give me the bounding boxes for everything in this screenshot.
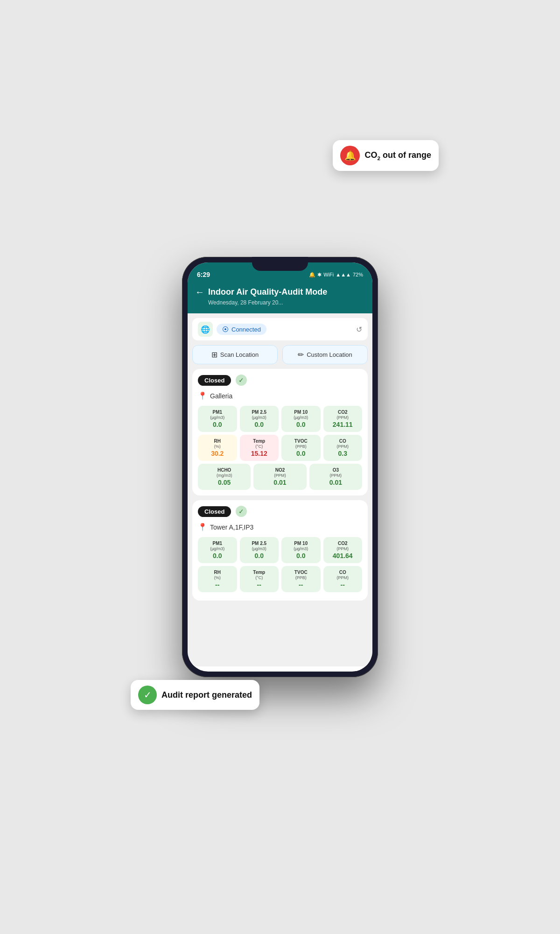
- location-name-tower: 📍 Tower A,1F,IP3: [198, 523, 362, 531]
- metric-co2-value: 241.11: [326, 421, 360, 428]
- metric-tvoc: TVOC (PPB) 0.0: [281, 435, 321, 461]
- pin-icon-tower: 📍: [198, 523, 207, 531]
- scan-location-button[interactable]: ⊞ Scan Location: [192, 345, 278, 364]
- metric-temp-value: 15.12: [243, 450, 276, 457]
- metric-pm25-label: PM 2.5: [243, 410, 276, 415]
- metric-rh-label: RH: [201, 439, 234, 444]
- metric-pm25: PM 2.5 (µg/m3) 0.0: [240, 406, 279, 432]
- location-text-tower: Tower A,1F,IP3: [210, 524, 253, 531]
- globe-icon: 🌐: [198, 322, 213, 337]
- audit-report-tooltip: ✓ Audit report generated: [131, 680, 259, 710]
- metric-no2-label: NO2: [256, 467, 303, 473]
- location-header-tower: Closed ✓: [198, 506, 362, 517]
- pin-icon-galleria: 📍: [198, 391, 207, 400]
- check-icon: ✓: [138, 686, 157, 704]
- metrics-row-2-tower: RH (%) -- Temp (°C) -- TVOC (PPB) --: [198, 566, 362, 592]
- metric-pm25-unit: (µg/m3): [243, 415, 276, 420]
- metric-t-tvoc: TVOC (PPB) --: [281, 566, 321, 592]
- back-button[interactable]: ←: [195, 287, 204, 297]
- metric-pm25-value: 0.0: [243, 421, 276, 428]
- location-text-galleria: Galleria: [210, 392, 232, 400]
- audit-report-text: Audit report generated: [161, 690, 252, 700]
- metric-co-value: 0.3: [326, 450, 360, 457]
- co2-alert-text: CO2 out of range: [364, 150, 431, 161]
- metric-t-pm1: PM1 (µg/m3) 0.0: [198, 537, 237, 563]
- scene: 🔔 CO2 out of range ✓ Audit report genera…: [159, 47, 401, 887]
- custom-location-button[interactable]: ✏ Custom Location: [282, 345, 368, 364]
- location-card-tower: Closed ✓ 📍 Tower A,1F,IP3 PM1 (µg/m3) 0.…: [192, 500, 368, 601]
- battery-icon: 72%: [353, 272, 363, 277]
- metric-pm1-unit: (µg/m3): [201, 415, 234, 420]
- metric-no2-unit: (PPM): [256, 473, 303, 478]
- metric-o3-value: 0.01: [312, 479, 359, 486]
- metric-temp: Temp (°C) 15.12: [240, 435, 279, 461]
- connection-bar: 🌐 ⦿ Connected ↺: [192, 318, 368, 340]
- scan-location-label: Scan Location: [220, 351, 259, 358]
- location-card-galleria: Closed ✓ 📍 Galleria PM1 (µg/m3) 0.0: [192, 369, 368, 495]
- metrics-row-1-galleria: PM1 (µg/m3) 0.0 PM 2.5 (µg/m3) 0.0 PM 10…: [198, 406, 362, 432]
- metric-pm1-value: 0.0: [201, 421, 234, 428]
- metric-t-temp: Temp (°C) --: [240, 566, 279, 592]
- metric-tvoc-label: TVOC: [284, 439, 318, 444]
- refresh-icon[interactable]: ↺: [356, 325, 362, 334]
- metric-pm10: PM 10 (µg/m3) 0.0: [281, 406, 321, 432]
- metric-co-unit: (PPM): [326, 444, 360, 449]
- metric-hcho-value: 0.05: [201, 479, 248, 486]
- qr-icon: ⊞: [211, 350, 217, 359]
- bluetooth-status-icon: ✱: [317, 272, 322, 278]
- metric-temp-unit: (°C): [243, 444, 276, 449]
- metrics-row-2-galleria: RH (%) 30.2 Temp (°C) 15.12 TVOC (PPB): [198, 435, 362, 461]
- metric-t-co2: CO2 (PPM) 401.64: [323, 537, 363, 563]
- metric-rh: RH (%) 30.2: [198, 435, 237, 461]
- metric-hcho-label: HCHO: [201, 467, 248, 473]
- scan-buttons-row: ⊞ Scan Location ✏ Custom Location: [192, 345, 368, 364]
- location-header-galleria: Closed ✓: [198, 375, 362, 386]
- status-icons: 🔔 ✱ WiFi ▲▲▲ 72%: [309, 272, 363, 278]
- metric-hcho: HCHO (mg/m3) 0.05: [198, 464, 251, 490]
- custom-location-label: Custom Location: [307, 351, 352, 358]
- metric-pm1: PM1 (µg/m3) 0.0: [198, 406, 237, 432]
- metric-pm10-unit: (µg/m3): [284, 415, 318, 420]
- header-date: Wednesday, 28 February 20...: [208, 299, 365, 306]
- metric-co2-label: CO2: [326, 410, 360, 415]
- metric-rh-value: 30.2: [201, 450, 234, 457]
- phone-screen: 6:29 🔔 ✱ WiFi ▲▲▲ 72% ← Indoor Air Quali…: [188, 262, 372, 672]
- phone-notch: [252, 257, 308, 271]
- metric-rh-unit: (%): [201, 444, 234, 449]
- co2-alert-tooltip: 🔔 CO2 out of range: [333, 140, 439, 171]
- metric-o3-unit: (PPM): [312, 473, 359, 478]
- metric-no2-value: 0.01: [256, 479, 303, 486]
- metric-temp-label: Temp: [243, 439, 276, 444]
- bell-icon: 🔔: [340, 146, 360, 165]
- metric-o3: O3 (PPM) 0.01: [309, 464, 362, 490]
- bluetooth-badge: ⦿ Connected: [217, 324, 266, 335]
- page-title: Indoor Air Quality-Audit Mode: [208, 287, 327, 297]
- metrics-row-3-galleria: HCHO (mg/m3) 0.05 NO2 (PPM) 0.01 O3 (PPM…: [198, 464, 362, 490]
- metric-co2-unit: (PPM): [326, 415, 360, 420]
- status-time: 6:29: [197, 271, 210, 278]
- signal-icon: ▲▲▲: [336, 272, 351, 277]
- connected-label: Connected: [231, 326, 261, 333]
- metric-t-pm25: PM 2.5 (µg/m3) 0.0: [240, 537, 279, 563]
- wifi-icon: WiFi: [323, 272, 334, 277]
- metric-co-label: CO: [326, 439, 360, 444]
- check-circle-galleria: ✓: [236, 375, 247, 386]
- content-area: 🌐 ⦿ Connected ↺ ⊞ Scan Location ✏: [188, 313, 372, 666]
- pencil-icon: ✏: [298, 350, 304, 359]
- metric-tvoc-unit: (PPB): [284, 444, 318, 449]
- location-name-galleria: 📍 Galleria: [198, 391, 362, 400]
- metric-pm10-label: PM 10: [284, 410, 318, 415]
- closed-badge-galleria: Closed: [198, 375, 231, 386]
- metric-hcho-unit: (mg/m3): [201, 473, 248, 478]
- metric-co2: CO2 (PPM) 241.11: [323, 406, 363, 432]
- metrics-row-1-tower: PM1 (µg/m3) 0.0 PM 2.5 (µg/m3) 0.0 PM 10…: [198, 537, 362, 563]
- bluetooth-icon: ⦿: [222, 325, 229, 333]
- metric-t-rh: RH (%) --: [198, 566, 237, 592]
- metric-pm10-value: 0.0: [284, 421, 318, 428]
- metric-co: CO (PPM) 0.3: [323, 435, 363, 461]
- metric-t-co: CO (PPM) --: [323, 566, 363, 592]
- closed-badge-tower: Closed: [198, 506, 231, 517]
- app-header: ← Indoor Air Quality-Audit Mode Wednesda…: [188, 283, 372, 313]
- metric-tvoc-value: 0.0: [284, 450, 318, 457]
- metric-t-pm10: PM 10 (µg/m3) 0.0: [281, 537, 321, 563]
